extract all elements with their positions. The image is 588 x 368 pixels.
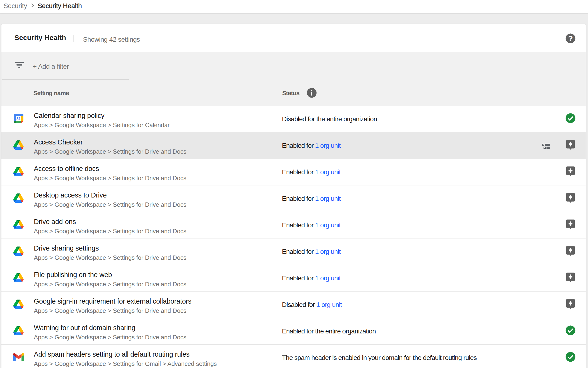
svg-text:?: ?	[568, 34, 573, 43]
svg-text:31: 31	[16, 117, 21, 120]
